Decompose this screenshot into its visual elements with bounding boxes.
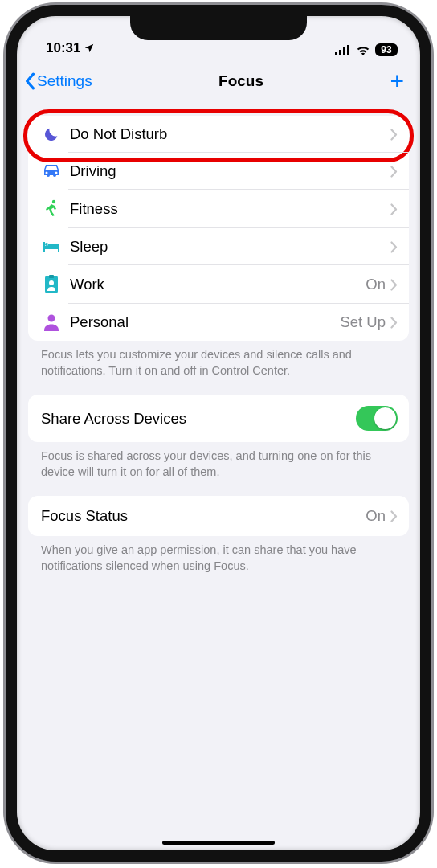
svg-point-4 bbox=[52, 200, 55, 203]
row-label: Share Across Devices bbox=[39, 410, 356, 428]
row-detail: On bbox=[366, 507, 386, 525]
battery-indicator: 93 bbox=[375, 43, 398, 56]
focus-footer: Focus lets you customize your devices an… bbox=[28, 341, 409, 395]
svg-rect-6 bbox=[49, 275, 54, 278]
chevron-right-icon bbox=[390, 203, 398, 215]
add-button[interactable]: + bbox=[390, 68, 409, 95]
svg-rect-1 bbox=[339, 50, 341, 55]
nav-bar: Settings Focus + bbox=[17, 56, 420, 98]
status-footer: When you give an app permission, it can … bbox=[28, 536, 409, 590]
row-sleep[interactable]: Sleep bbox=[28, 228, 409, 265]
svg-rect-2 bbox=[343, 47, 345, 55]
chevron-right-icon bbox=[390, 510, 398, 522]
wifi-icon bbox=[356, 45, 370, 55]
running-icon bbox=[39, 199, 63, 219]
row-label: Driving bbox=[63, 162, 390, 180]
row-focus-status[interactable]: Focus Status On bbox=[28, 496, 409, 536]
status-right: 93 bbox=[335, 43, 398, 56]
content: Do Not Disturb Driving Fitness bbox=[17, 98, 420, 590]
row-driving[interactable]: Driving bbox=[28, 153, 409, 190]
moon-icon bbox=[39, 125, 63, 143]
row-work[interactable]: Work On bbox=[28, 265, 409, 304]
row-do-not-disturb[interactable]: Do Not Disturb bbox=[28, 116, 409, 153]
back-button[interactable]: Settings bbox=[23, 72, 92, 90]
phone-frame: 10:31 93 Settings Focus + bbox=[6, 5, 431, 862]
row-detail: On bbox=[366, 276, 386, 293]
row-fitness[interactable]: Fitness bbox=[28, 190, 409, 228]
row-personal[interactable]: Personal Set Up bbox=[28, 304, 409, 341]
location-icon bbox=[84, 43, 95, 54]
row-label: Focus Status bbox=[39, 507, 366, 525]
row-label: Sleep bbox=[63, 238, 390, 256]
page-title: Focus bbox=[218, 72, 263, 90]
svg-rect-0 bbox=[335, 52, 337, 55]
row-label: Fitness bbox=[63, 200, 390, 218]
svg-rect-3 bbox=[347, 45, 349, 55]
car-icon bbox=[39, 163, 63, 179]
row-label: Do Not Disturb bbox=[63, 125, 390, 143]
row-share-across-devices: Share Across Devices bbox=[28, 395, 409, 442]
svg-point-7 bbox=[49, 280, 54, 285]
notch bbox=[130, 16, 307, 40]
share-footer: Focus is shared across your devices, and… bbox=[28, 442, 409, 496]
person-icon bbox=[39, 313, 63, 331]
chevron-right-icon bbox=[390, 129, 398, 141]
bed-icon bbox=[39, 240, 63, 253]
back-label: Settings bbox=[37, 72, 92, 90]
share-card: Share Across Devices bbox=[28, 395, 409, 442]
cellular-icon bbox=[335, 45, 351, 55]
chevron-right-icon bbox=[390, 166, 398, 178]
focus-list: Do Not Disturb Driving Fitness bbox=[28, 116, 409, 341]
chevron-right-icon bbox=[390, 317, 398, 329]
status-time: 10:31 bbox=[46, 40, 80, 56]
chevron-left-icon bbox=[23, 72, 36, 90]
svg-point-8 bbox=[48, 315, 55, 322]
row-label: Personal bbox=[63, 313, 340, 331]
chevron-right-icon bbox=[390, 279, 398, 291]
row-label: Work bbox=[63, 276, 366, 293]
share-toggle[interactable] bbox=[356, 406, 398, 431]
status-left: 10:31 bbox=[46, 40, 95, 56]
status-card: Focus Status On bbox=[28, 496, 409, 536]
home-indicator[interactable] bbox=[162, 841, 275, 845]
row-detail: Set Up bbox=[340, 313, 386, 331]
chevron-right-icon bbox=[390, 241, 398, 253]
badge-icon bbox=[39, 275, 63, 294]
